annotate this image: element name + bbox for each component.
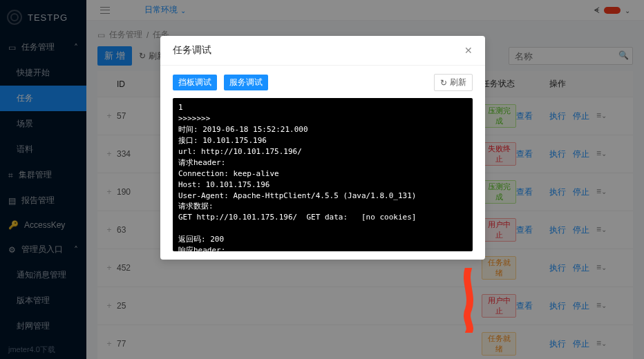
close-icon[interactable]: ✕ bbox=[464, 45, 473, 56]
tab-board-debug[interactable]: 挡板调试 bbox=[173, 75, 217, 90]
debug-modal: 任务调试 ✕ 挡板调试 服务调试 ↻刷新 1 >>>>>>> 时间: 2019-… bbox=[160, 36, 485, 260]
refresh-icon: ↻ bbox=[440, 78, 447, 88]
modal-title: 任务调试 bbox=[173, 44, 211, 57]
console-output[interactable]: 1 >>>>>>> 时间: 2019-06-18 15:52:21.000 接口… bbox=[173, 98, 473, 251]
tab-service-debug[interactable]: 服务调试 bbox=[224, 75, 268, 90]
modal-refresh-button[interactable]: ↻刷新 bbox=[434, 74, 473, 91]
